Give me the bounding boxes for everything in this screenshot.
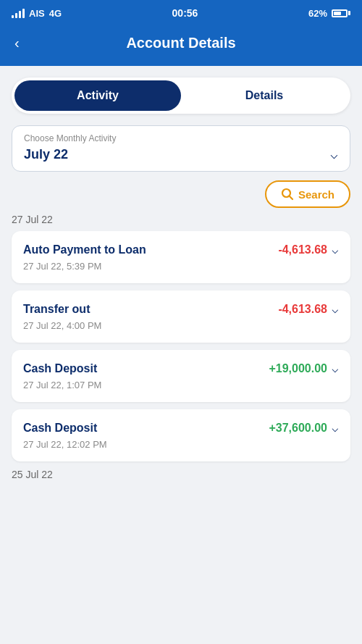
- transaction-amount-row-4: +37,600.00 ⌵: [269, 421, 339, 435]
- transaction-date-1: 27 Jul 22, 5:39 PM: [23, 261, 339, 272]
- transaction-top-3: Cash Deposit +19,000.00 ⌵: [23, 361, 339, 375]
- battery-icon: [332, 9, 350, 17]
- chevron-down-icon: ⌵: [330, 146, 338, 162]
- search-icon: [281, 188, 294, 201]
- carrier-label: AIS: [29, 8, 45, 19]
- chevron-icon-4: ⌵: [332, 421, 339, 435]
- main-content: Activity Details Choose Monthly Activity…: [0, 78, 362, 644]
- page-title: Account Details: [126, 35, 235, 51]
- month-selector[interactable]: Choose Monthly Activity July 22 ⌵: [12, 125, 350, 172]
- transaction-date-4: 27 Jul 22, 12:02 PM: [23, 439, 339, 450]
- transaction-name-3: Cash Deposit: [23, 362, 97, 375]
- transaction-amount-row-1: -4,613.68 ⌵: [278, 243, 339, 256]
- transaction-amount-row-2: -4,613.68 ⌵: [278, 302, 339, 316]
- svg-line-1: [289, 196, 292, 200]
- status-left: AIS 4G: [12, 8, 62, 19]
- tab-bar: Activity Details: [12, 78, 350, 114]
- month-value: July 22: [24, 147, 68, 162]
- transaction-name-1: Auto Payment to Loan: [23, 243, 146, 256]
- transaction-date-2: 27 Jul 22, 4:00 PM: [23, 320, 339, 331]
- transaction-amount-4: +37,600.00: [269, 422, 327, 435]
- status-right: 62%: [308, 8, 350, 19]
- transaction-card-4[interactable]: Cash Deposit +37,600.00 ⌵ 27 Jul 22, 12:…: [12, 409, 350, 461]
- transaction-card-1[interactable]: Auto Payment to Loan -4,613.68 ⌵ 27 Jul …: [12, 231, 350, 283]
- month-selector-label: Choose Monthly Activity: [24, 133, 338, 143]
- date-group-label-1: 27 Jul 22: [12, 214, 350, 225]
- network-label: 4G: [49, 8, 62, 19]
- chevron-icon-3: ⌵: [332, 361, 339, 375]
- header: ‹ Account Details: [0, 26, 362, 66]
- chevron-icon-1: ⌵: [332, 243, 339, 256]
- transaction-top-2: Transfer out -4,613.68 ⌵: [23, 302, 339, 316]
- chevron-icon-2: ⌵: [332, 302, 339, 316]
- transaction-amount-1: -4,613.68: [278, 243, 327, 256]
- transaction-card-2[interactable]: Transfer out -4,613.68 ⌵ 27 Jul 22, 4:00…: [12, 290, 350, 343]
- transaction-card-3[interactable]: Cash Deposit +19,000.00 ⌵ 27 Jul 22, 1:0…: [12, 350, 350, 402]
- transaction-amount-2: -4,613.68: [278, 303, 327, 316]
- time-label: 00:56: [172, 7, 198, 19]
- transaction-date-3: 27 Jul 22, 1:07 PM: [23, 380, 339, 390]
- transaction-amount-3: +19,000.00: [269, 362, 327, 375]
- back-button[interactable]: ‹: [12, 32, 22, 54]
- transaction-name-4: Cash Deposit: [23, 422, 97, 435]
- tab-activity[interactable]: Activity: [14, 80, 181, 111]
- search-label: Search: [298, 188, 334, 201]
- transaction-amount-row-3: +19,000.00 ⌵: [269, 361, 339, 375]
- month-value-row: July 22 ⌵: [24, 146, 338, 162]
- search-row: Search: [12, 180, 350, 208]
- search-button[interactable]: Search: [265, 180, 350, 208]
- battery-percent: 62%: [308, 8, 327, 19]
- status-bar: AIS 4G 00:56 62%: [0, 0, 362, 26]
- transaction-top-4: Cash Deposit +37,600.00 ⌵: [23, 421, 339, 435]
- transaction-top-1: Auto Payment to Loan -4,613.68 ⌵: [23, 243, 339, 256]
- signal-icon: [12, 8, 25, 18]
- date-group-label-2: 25 Jul 22: [12, 469, 350, 480]
- tab-details[interactable]: Details: [181, 80, 348, 111]
- transaction-name-2: Transfer out: [23, 303, 90, 316]
